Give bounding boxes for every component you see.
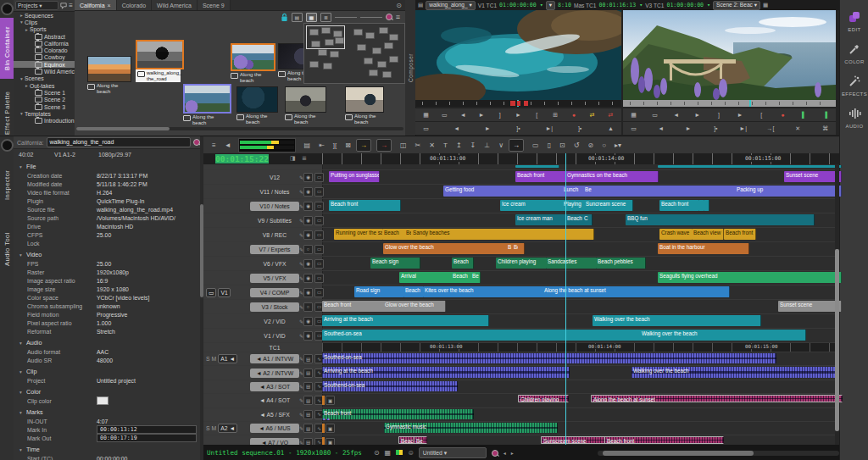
timeline-clip[interactable]: Beach sign (370, 258, 420, 269)
project-tree-item-scene-3[interactable]: Scene 3 (14, 103, 75, 110)
transport-button[interactable]: ⊞ (552, 112, 559, 119)
transport-button[interactable]: ▦ (630, 112, 637, 119)
position-indicator[interactable] (749, 100, 751, 107)
timeline-clip[interactable]: Kites over the beach (423, 286, 544, 297)
timeline-clip[interactable]: Southed-on-sea (322, 353, 776, 363)
track-button-v4[interactable]: V4 / COMP (250, 288, 299, 297)
mini-clip[interactable] (309, 61, 319, 68)
bin-tab-colorado[interactable]: Colorado (117, 0, 152, 10)
gear-icon[interactable]: ⊙ (396, 2, 402, 9)
mini-clip[interactable] (357, 44, 366, 51)
transport-button[interactable]: ► (737, 112, 744, 118)
track-lane-v4[interactable]: Road signBeachKites over the beachAlong … (322, 285, 839, 299)
timeline-clip[interactable] (515, 165, 559, 168)
composer-dropdown[interactable]: ▾ (546, 1, 555, 10)
track-button-v6[interactable]: V6 / VFX (250, 259, 299, 269)
track-header-ts[interactable] (203, 164, 323, 169)
track-lane-tc1[interactable]: 00:01:13:0000:01:14:0000:01:15:00 (322, 343, 839, 352)
transport-button[interactable]: ▭ (630, 125, 637, 132)
track-header-v7[interactable]: V7 / Experts✎○▭ (203, 242, 323, 256)
chat-bubble-icon[interactable] (60, 3, 67, 9)
transport-button[interactable]: [ (533, 112, 541, 118)
track-header-v5[interactable]: V5 / VFX✎◉▭ (203, 271, 323, 285)
camera-icon[interactable]: ◉ (303, 317, 313, 326)
track-lane-v2[interactable]: Arriving at the beachWalking over the be… (322, 314, 839, 328)
timeline-clip[interactable]: Beach front (659, 200, 695, 211)
record-position-bar[interactable] (623, 100, 836, 107)
splice-in-icon[interactable]: → (356, 139, 371, 152)
timeline-clip[interactable]: Be (414, 436, 427, 444)
twistie-icon[interactable]: ▾ (18, 369, 24, 374)
transition-icon[interactable]: ⊡ (559, 141, 565, 149)
track-header-a3[interactable]: ◄ A3 / SOT✎▤∿▣ (203, 380, 323, 393)
marker-icon[interactable]: ⇤ (319, 141, 325, 149)
timeline-clip[interactable]: Beach (403, 286, 424, 297)
transport-button[interactable]: ► (515, 112, 522, 118)
timeline-clip[interactable]: Beach (451, 272, 472, 283)
timeline-clip[interactable]: Boat in the harbour (658, 243, 749, 254)
frame-view-icon[interactable]: ▤ (292, 13, 303, 22)
timeline-clip[interactable]: Arriving at the beach (322, 315, 489, 326)
transport-button[interactable]: ▭ (422, 125, 430, 132)
timeline-clip[interactable]: Beach pebbles (596, 258, 646, 269)
track-button-v12[interactable]: V12 (250, 173, 299, 182)
twistie-icon[interactable]: ▾ (19, 76, 25, 81)
mini-clip[interactable] (318, 49, 327, 56)
project-tree-item-scenes[interactable]: ▾Scenes (14, 75, 75, 82)
speaker-icon[interactable]: ◄ (225, 141, 231, 149)
gear-icon[interactable]: ⊙ (374, 449, 380, 457)
mini-clip[interactable] (364, 58, 373, 64)
transport-button[interactable]: ● (570, 112, 577, 118)
camera-icon[interactable]: ◉ (303, 202, 313, 211)
timeline-clip[interactable]: Getting food (443, 186, 565, 197)
anchor-icon[interactable]: ⊥ (484, 141, 490, 149)
twistie-icon[interactable]: ▾ (19, 19, 25, 25)
projects-dropdown[interactable]: Projects ▾ (15, 1, 58, 10)
transport-button[interactable]: ● (779, 112, 787, 118)
timeline-clip[interactable]: Beach (565, 214, 584, 225)
video-quality-icon[interactable]: ◨ (290, 155, 296, 162)
section-header[interactable]: ▾Time (14, 445, 203, 454)
mini-clip[interactable] (382, 71, 392, 78)
timeline-clip[interactable]: Beach front (515, 171, 566, 182)
sidebar-item-effects[interactable]: EFFECTS (840, 75, 868, 97)
timeline-clip[interactable]: Walking over the beach (640, 330, 806, 341)
project-menu-icon[interactable]: ≡ (69, 2, 73, 9)
mini-clip[interactable] (389, 56, 398, 63)
splice-icon[interactable]: ][ (333, 141, 337, 149)
solo-mute-button[interactable]: S (206, 356, 210, 362)
track-header-v1[interactable]: V1 / VID✎◉▭ (203, 329, 323, 342)
segment-over-icon[interactable]: ▯ (548, 141, 551, 149)
timeline-clip[interactable] (704, 200, 709, 211)
track-button-v5[interactable]: V5 / VFX (250, 274, 299, 283)
timeline-clip[interactable]: Seagulls flying overhead (658, 272, 842, 283)
transport-button[interactable]: ⇄ (607, 112, 615, 119)
track-button-v8[interactable]: V8 / REC (250, 230, 299, 240)
source-patch[interactable]: A2 ◄ (218, 424, 237, 433)
camera-icon[interactable]: ◉ (303, 259, 313, 269)
section-header[interactable]: ▾Video (14, 250, 203, 259)
track-button-a5[interactable]: ◄ A5 / SFX (250, 410, 299, 419)
rail-tab-inspector[interactable]: Inspector (0, 154, 14, 215)
track-lane-v10[interactable]: Beach frontIce creamPlayingSuncream scen… (322, 199, 839, 213)
transport-button[interactable]: ⌘ (821, 125, 829, 132)
track-header-v11[interactable]: V11 / Notes✎◉▭ (203, 185, 323, 198)
project-tree-item-clips[interactable]: ▾Clips (14, 19, 75, 25)
lock-icon[interactable] (281, 13, 288, 22)
transport-button[interactable]: ▌ (800, 112, 808, 118)
project-tree-item-cowboy[interactable]: Cowboy (14, 54, 75, 61)
track-button-a6[interactable]: ◄ A6 / MUS (250, 424, 299, 433)
timeline-clip[interactable]: BBQ fun (626, 214, 815, 225)
transport-button[interactable]: ✕ (794, 125, 802, 132)
timecode-display[interactable]: 01:00:00:00 ▾ (499, 2, 543, 8)
timeline-clip[interactable]: Sunscream scene (541, 436, 608, 444)
track-lane-v3[interactable]: Beach frontGlow over the beachSunset sce… (322, 300, 839, 313)
scroll-left-icon[interactable]: ◂ (504, 450, 506, 456)
track-lane-v6[interactable]: Beach signBeachChildren playingSandcastl… (322, 257, 839, 270)
tool-select-icon[interactable]: ∨ (498, 141, 504, 149)
transport-button[interactable]: ► (484, 125, 492, 131)
composer-dropdown[interactable]: walking_along_ ▾ (426, 1, 476, 10)
delete-icon[interactable]: ✕ (429, 141, 435, 149)
track-header-v4[interactable]: ▭V1V4 / COMP✎◉▭ (203, 285, 323, 299)
mini-clip[interactable] (330, 51, 339, 58)
